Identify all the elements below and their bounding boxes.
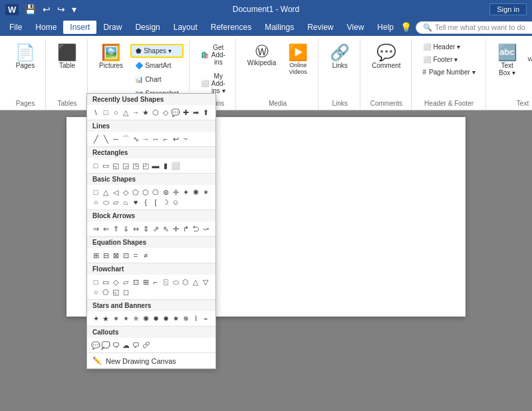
line-curved-arrow[interactable]: ↩ (171, 134, 180, 144)
ba-lr[interactable]: ⇔ (131, 224, 140, 233)
fc-predefined[interactable]: ⊡ (131, 277, 140, 287)
eq-plus[interactable]: ⊞ (91, 251, 100, 260)
basic-smiley[interactable]: ☺ (171, 198, 180, 207)
basic-diamond[interactable]: ◇ (121, 188, 130, 197)
header-button[interactable]: ⬜ Header ▾ (418, 41, 466, 53)
fc-off-page[interactable]: ⬠ (101, 287, 110, 297)
line-arrow[interactable]: → (141, 134, 150, 144)
menu-help[interactable]: Help (370, 21, 400, 34)
menu-references[interactable]: References (204, 21, 258, 34)
basic-star5[interactable]: ✺ (191, 188, 200, 197)
shape-rtarrow[interactable]: ➡ (191, 108, 200, 117)
undo-button[interactable]: ↩ (41, 4, 53, 15)
callout-line[interactable]: 🗩 (131, 341, 140, 350)
page-number-button[interactable]: # Page Number ▾ (418, 67, 480, 78)
rect-rounded3[interactable]: ▮ (161, 161, 170, 170)
ba-left[interactable]: ⇐ (101, 224, 110, 233)
fc-data[interactable]: ▱ (121, 277, 130, 287)
basic-oct[interactable]: ⊛ (161, 188, 170, 197)
shape-line[interactable]: \ (91, 108, 100, 117)
menu-design[interactable]: Design (128, 21, 166, 34)
rect-snip3[interactable]: ◳ (131, 161, 140, 170)
smartart-button[interactable]: 🔷 SmartArt (130, 59, 184, 72)
rect-plain[interactable]: □ (91, 161, 100, 170)
line-free[interactable]: ~ (181, 134, 190, 144)
pages-button[interactable]: 📄 Pages (11, 41, 40, 72)
fc-tape[interactable]: ◻ (121, 287, 130, 297)
star8pt[interactable]: ✳ (131, 314, 140, 323)
menu-view[interactable]: View (340, 21, 371, 34)
wordart-button[interactable]: A WordArt (525, 44, 532, 65)
textbox-button[interactable]: 🔤 Text Box ▾ (493, 41, 522, 80)
dropcap-button[interactable]: ↳ Drop Cap (525, 67, 532, 94)
eq-minus[interactable]: ⊟ (101, 251, 110, 260)
save-button[interactable]: 💾 (23, 4, 38, 15)
star4pt[interactable]: ✦ (91, 314, 100, 323)
line-curve[interactable]: ⌒ (121, 134, 130, 144)
callout-oval[interactable]: 🗨 (111, 341, 120, 350)
shape-oval[interactable]: ○ (111, 108, 120, 117)
fc-connector[interactable]: ○ (91, 287, 100, 297)
line-zz[interactable]: ∿ (131, 134, 140, 144)
shape-cross[interactable]: ✚ (181, 108, 190, 117)
ba-u-turn[interactable]: ⮌ (191, 224, 200, 233)
star12pt[interactable]: ✹ (151, 314, 160, 323)
fc-decision[interactable]: ◇ (111, 277, 120, 287)
eq-div[interactable]: ⊡ (121, 251, 130, 260)
basic-para[interactable]: ▱ (111, 198, 120, 207)
shape-callout[interactable]: 💬 (171, 108, 180, 117)
fc-card[interactable]: ◱ (111, 287, 120, 297)
rect-round[interactable]: ▭ (101, 161, 110, 170)
menu-file[interactable]: File (3, 21, 29, 34)
chart-button[interactable]: 📊 Chart (130, 73, 184, 86)
menu-mailings[interactable]: Mailings (258, 21, 301, 34)
basic-pent[interactable]: ⬠ (131, 188, 140, 197)
line-horiz[interactable]: ─ (111, 134, 120, 144)
eq-noteq[interactable]: ≠ (141, 251, 150, 260)
menu-review[interactable]: Review (301, 21, 340, 34)
basic-rtri[interactable]: ◁ (111, 188, 120, 197)
tell-me-box[interactable]: 🔍 Tell me what you want to do (416, 21, 532, 34)
basic-oval[interactable]: ⬭ (101, 198, 110, 207)
rect-3d[interactable]: ⬜ (171, 161, 180, 170)
customize-qa-button[interactable]: ▾ (70, 4, 78, 15)
shape-arrow[interactable]: → (131, 108, 140, 117)
ba-ud[interactable]: ⇕ (141, 224, 150, 233)
banner-wavy[interactable]: ⌇ (191, 314, 200, 323)
banner-scroll[interactable]: ⌁ (201, 314, 210, 323)
ba-right[interactable]: ⇒ (91, 224, 100, 233)
star10pt[interactable]: ✺ (141, 314, 150, 323)
basic-hept[interactable]: ⎔ (151, 188, 160, 197)
fc-document[interactable]: ⌐ (151, 277, 160, 287)
ba-quad[interactable]: ✛ (171, 224, 180, 233)
callout-bent[interactable]: 🗪 (141, 341, 150, 350)
star16pt[interactable]: ✸ (161, 314, 170, 323)
rect-rounded2[interactable]: ▬ (151, 161, 160, 170)
menu-home[interactable]: Home (29, 21, 63, 34)
basic-moon[interactable]: ☽ (161, 198, 170, 207)
basic-square[interactable]: □ (91, 188, 100, 197)
star32pt[interactable]: ✵ (181, 314, 190, 323)
fc-terminator[interactable]: ⬭ (171, 277, 180, 287)
callout-rect[interactable]: 💬 (91, 341, 100, 350)
footer-button[interactable]: ⬜ Footer ▾ (418, 54, 463, 65)
line-diag[interactable]: ╲ (101, 134, 110, 144)
basic-tri[interactable]: △ (101, 188, 110, 197)
ba-dl[interactable]: ⇖ (161, 224, 170, 233)
basic-trap[interactable]: ⏢ (121, 198, 130, 207)
basic-brace[interactable]: { (141, 198, 150, 207)
shape-hex[interactable]: ⬡ (151, 108, 160, 117)
comment-button[interactable]: 💬 Comment (367, 41, 405, 72)
fc-alt-process[interactable]: ▭ (101, 277, 110, 287)
basic-bracket[interactable]: [ (151, 198, 160, 207)
line-straight[interactable]: ╱ (91, 134, 100, 144)
fc-operation[interactable]: ▽ (201, 277, 210, 287)
shape-uarrow[interactable]: ⬆ (201, 108, 210, 117)
star6pt[interactable]: ✶ (111, 314, 120, 323)
basic-hex[interactable]: ⬡ (141, 188, 150, 197)
rect-snip1[interactable]: ◱ (111, 161, 120, 170)
shape-rect[interactable]: □ (101, 108, 110, 117)
table-button[interactable]: ⬛ Table (53, 41, 82, 72)
shapes-button[interactable]: ⬟ Shapes ▾ (130, 44, 184, 58)
fc-prepare[interactable]: ⬡ (181, 277, 190, 287)
